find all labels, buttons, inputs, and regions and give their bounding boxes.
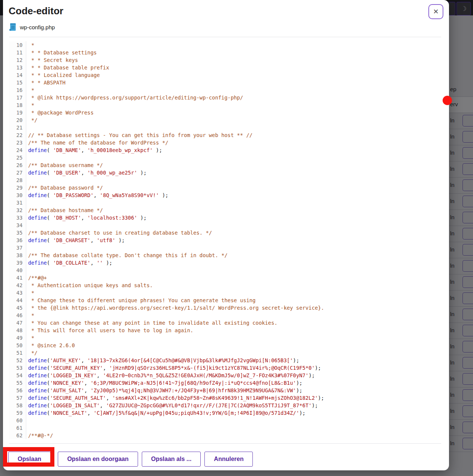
code-text: * This will force all users to have to l…	[26, 327, 193, 334]
code-text: * You can change these at any point in t…	[26, 319, 278, 327]
code-line: 31	[9, 199, 444, 206]
code-line: 55define('NONCE_KEY', '6;3P/M8UC9WiPW;a-…	[9, 379, 444, 387]
line-number: 58	[9, 402, 26, 409]
modal-title: Code-editor	[9, 5, 63, 17]
line-number: 54	[9, 372, 26, 379]
line-number: 12	[9, 56, 26, 64]
close-button[interactable]: ✕	[428, 4, 443, 19]
close-icon: ✕	[433, 8, 438, 15]
code-line: 53define('SECURE_AUTH_KEY', 'jHznRD9|qSO…	[9, 364, 444, 372]
file-name: wp-config.php	[20, 24, 55, 30]
code-line: 40	[9, 267, 444, 274]
line-number: 51	[9, 349, 26, 357]
cancel-button[interactable]: Annuleren	[204, 452, 253, 467]
line-number: 57	[9, 394, 26, 402]
code-text: * * Database settings	[26, 49, 97, 56]
line-number: 26	[9, 161, 26, 169]
line-number: 60	[9, 417, 26, 424]
code-editor[interactable]: 10 *11 * * Database settings12 * * Secre…	[9, 41, 444, 440]
code-text: * * Database table prefix	[26, 64, 109, 71]
line-number: 43	[9, 289, 26, 297]
code-text: define( 'DB_COLLATE', '' );	[26, 259, 112, 267]
line-number: 20	[9, 116, 26, 124]
line-number: 23	[9, 139, 26, 146]
code-line: 47 * You can change these at any point i…	[9, 319, 444, 327]
code-text: define( 'DB_USER', 'h_000_wp_ae25r' );	[26, 169, 147, 176]
code-line: 41/**#@+	[9, 274, 444, 282]
code-text: *	[26, 86, 35, 94]
code-line: 15 * * ABSPATH	[9, 79, 444, 86]
code-line: 39define( 'DB_COLLATE', '' );	[9, 259, 444, 267]
code-line: 43 *	[9, 289, 444, 297]
line-number: 40	[9, 267, 26, 274]
code-line: 19 * @package WordPress	[9, 109, 444, 116]
line-number: 28	[9, 176, 26, 184]
code-text: /** The database collate type. Don't cha…	[26, 252, 228, 259]
code-line: 46 *	[9, 312, 444, 319]
code-text: /** Database hostname */	[26, 206, 103, 214]
code-line: 56define('AUTH_SALT', 'ZyJ00p5)*%qj4]q;N…	[9, 387, 444, 394]
code-line: 23/** The name of the database for WordP…	[9, 139, 444, 146]
code-line: 57define('SECURE_AUTH_SALT', 'sms#AXl+2K…	[9, 394, 444, 402]
code-line: 35/** Database charset to use in creatin…	[9, 229, 444, 236]
code-text: *	[26, 312, 35, 319]
line-number: 62	[9, 432, 26, 439]
code-line: 52define('AUTH_KEY', '18|13~7xkZG6(4or[&…	[9, 357, 444, 364]
code-line: 33define( 'DB_HOST', 'localhost:3306' );	[9, 214, 444, 221]
code-editor-modal: Code-editor ✕ wp-config.php 10 *11 * * D…	[3, 0, 449, 470]
code-text: define( 'DB_CHARSET', 'utf8' );	[26, 236, 125, 244]
code-text: *	[26, 41, 35, 49]
code-line: 28	[9, 176, 444, 184]
code-text: define('SECURE_AUTH_KEY', 'jHznRD9|qSOrz…	[26, 364, 321, 372]
code-text: * @package WordPress	[26, 109, 93, 116]
line-number: 11	[9, 49, 26, 56]
code-line: 22// ** Database settings - You can get …	[9, 131, 444, 139]
header-divider	[9, 37, 441, 37]
line-number: 31	[9, 199, 26, 206]
line-number: 49	[9, 334, 26, 342]
save-button[interactable]: Opslaan	[8, 452, 51, 467]
code-line: 58define('LOGGED_IN_SALT', 'G27ZUJUC@~ZG…	[9, 402, 444, 409]
code-text: * * Secret keys	[26, 56, 78, 64]
line-number: 33	[9, 214, 26, 221]
save-and-continue-button[interactable]: Opslaan en doorgaan	[58, 452, 138, 467]
code-line: 10 *	[9, 41, 444, 49]
footer-divider	[9, 443, 441, 444]
code-text: * Change these to different unique phras…	[26, 297, 255, 304]
code-line: 51 */	[9, 349, 444, 357]
line-number: 37	[9, 244, 26, 252]
line-number: 55	[9, 379, 26, 387]
line-number: 10	[9, 41, 26, 49]
code-line: 29/** Database password */	[9, 184, 444, 191]
line-number: 29	[9, 184, 26, 191]
footer-buttons: Opslaan Opslaan en doorgaan Opslaan als …	[8, 452, 253, 467]
line-number: 41	[9, 274, 26, 282]
code-text: * * Localized language	[26, 71, 100, 79]
code-line: 45 * the {@link https://api.wordpress.or…	[9, 304, 444, 312]
code-line: 37	[9, 244, 444, 252]
code-line: 42 * Authentication unique keys and salt…	[9, 282, 444, 289]
code-line: 24define( 'DB_NAME', 'h_00018eeb_wp_xkpc…	[9, 146, 444, 154]
line-number: 17	[9, 94, 26, 101]
code-line: 17 * @link https://wordpress.org/support…	[9, 94, 444, 101]
code-text: define('NONCE_SALT', 'C]AWT/]5%f&q&|N/+u…	[26, 409, 305, 417]
code-line: 62/**#@-*/	[9, 432, 444, 439]
file-header: wp-config.php	[9, 23, 55, 32]
code-line: 49 *	[9, 334, 444, 342]
code-line: 48 * This will force all users to have t…	[9, 327, 444, 334]
line-number: 24	[9, 146, 26, 154]
code-line: 13 * * Database table prefix	[9, 64, 444, 71]
line-number: 44	[9, 297, 26, 304]
code-line: 60	[9, 417, 444, 424]
code-text: *	[26, 334, 35, 342]
code-line: 59define('NONCE_SALT', 'C]AWT/]5%f&q&|N/…	[9, 409, 444, 417]
code-text: * * ABSPATH	[26, 79, 66, 86]
code-text: /** Database password */	[26, 184, 103, 191]
code-line: 44 * Change these to different unique ph…	[9, 297, 444, 304]
code-text	[26, 417, 28, 424]
line-number: 61	[9, 424, 26, 432]
code-line: 30define( 'DB_PASSWORD', '8Q_wNa5Ya8S90*…	[9, 191, 444, 199]
line-number: 32	[9, 206, 26, 214]
line-number: 30	[9, 191, 26, 199]
save-as-button[interactable]: Opslaan als ...	[142, 452, 201, 467]
